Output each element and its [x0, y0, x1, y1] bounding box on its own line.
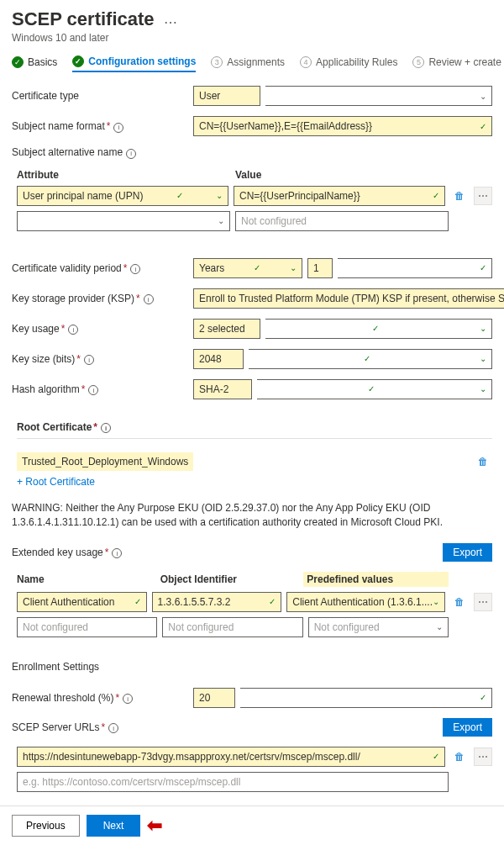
- label-validity: Certificate validity period*i: [12, 262, 188, 275]
- check-icon: ✓: [72, 55, 84, 67]
- info-icon[interactable]: i: [144, 294, 154, 304]
- label-san: Subject alternative namei: [12, 146, 188, 159]
- label-eku: Extended key usage*i: [12, 547, 188, 559]
- label-key-usage: Key usage*i: [12, 323, 188, 335]
- check-icon: ✓: [480, 122, 486, 131]
- delete-icon[interactable]: 🗑: [450, 593, 469, 611]
- step-number: 3: [211, 56, 223, 68]
- col-oid: Object Identifier: [160, 573, 299, 585]
- add-root-cert-link[interactable]: + Root Certificate: [17, 476, 492, 488]
- ksp-select[interactable]: Enroll to Trusted Platform Module (TPM) …: [193, 288, 504, 309]
- scep-url-empty[interactable]: e.g. https://contoso.com/certsrv/mscep/m…: [17, 772, 449, 792]
- san-value-empty[interactable]: Not configured: [235, 211, 449, 231]
- renewal-input[interactable]: 20: [193, 688, 235, 708]
- eku-oid-input[interactable]: 1.3.6.1.5.5.7.3.2✓: [152, 592, 282, 612]
- chevron-down-icon: ⌄: [290, 263, 297, 272]
- key-size-select[interactable]: 2048: [193, 349, 244, 369]
- eku-predef-empty[interactable]: Not configured⌄: [308, 617, 449, 637]
- info-icon[interactable]: i: [108, 723, 118, 733]
- check-icon: ✓: [269, 597, 276, 606]
- delete-icon[interactable]: 🗑: [450, 187, 469, 205]
- label-hash: Hash algorithm*i: [12, 383, 188, 396]
- san-attribute-empty[interactable]: ⌄: [17, 211, 230, 231]
- scep-url-input[interactable]: https://ndesintunewebapp-73dvgy.msapppro…: [17, 747, 445, 767]
- key-usage-select-ext[interactable]: ✓⌄: [265, 319, 492, 339]
- chevron-down-icon: ⌄: [433, 597, 439, 606]
- delete-icon[interactable]: 🗑: [474, 452, 492, 471]
- eku-name-empty[interactable]: Not configured: [17, 617, 157, 637]
- page-subtitle: Windows 10 and later: [12, 32, 492, 44]
- chevron-down-icon: ⌄: [480, 354, 486, 363]
- delete-icon[interactable]: 🗑: [450, 747, 469, 766]
- more-icon[interactable]: ⋯: [474, 187, 492, 205]
- info-icon[interactable]: i: [113, 123, 123, 133]
- tab-assignments[interactable]: 3Assignments: [211, 56, 285, 71]
- check-icon: ✓: [480, 263, 486, 272]
- step-number: 4: [300, 56, 312, 68]
- more-icon[interactable]: ⋯: [164, 14, 177, 30]
- root-cert-value[interactable]: Trusted_Root_Deployment_Windows: [17, 452, 193, 471]
- check-icon: ✓: [433, 752, 439, 761]
- key-usage-select[interactable]: 2 selected: [193, 319, 260, 339]
- hash-select-ext[interactable]: ✓⌄: [257, 379, 492, 399]
- chevron-down-icon: ⌄: [216, 191, 223, 200]
- chevron-down-icon: ⌄: [218, 216, 224, 225]
- next-button[interactable]: Next: [87, 815, 141, 837]
- label-scep-urls: SCEP Server URLs*i: [12, 721, 188, 734]
- chevron-down-icon: ⌄: [480, 384, 486, 394]
- cert-type-select[interactable]: User: [193, 86, 260, 106]
- info-icon[interactable]: i: [126, 149, 136, 159]
- tab-config-settings[interactable]: ✓Configuration settings: [72, 55, 196, 72]
- col-predef: Predefined values: [303, 572, 449, 587]
- tab-basics[interactable]: ✓Basics: [12, 56, 57, 71]
- tab-review[interactable]: 5Review + create: [412, 56, 501, 71]
- previous-button[interactable]: Previous: [12, 815, 80, 837]
- info-icon[interactable]: i: [130, 264, 140, 274]
- tab-applicability[interactable]: 4Applicability Rules: [300, 56, 397, 71]
- col-name: Name: [17, 573, 155, 585]
- info-icon[interactable]: i: [112, 548, 122, 558]
- label-ksp: Key storage provider (KSP)*i: [12, 293, 188, 305]
- subject-name-format-input[interactable]: CN={{UserName}},E={{EmailAddress}}✓: [193, 116, 492, 136]
- info-icon[interactable]: i: [88, 385, 98, 395]
- check-icon: ✓: [480, 693, 486, 702]
- validity-value-ext[interactable]: ✓: [338, 258, 492, 278]
- hash-select[interactable]: SHA-2: [193, 379, 252, 399]
- section-enrollment: Enrollment Settings: [12, 661, 492, 673]
- check-icon: ✓: [12, 56, 24, 68]
- label-subject-name-format: Subject name format*i: [12, 120, 188, 133]
- info-icon[interactable]: i: [68, 325, 78, 335]
- renewal-input-ext[interactable]: ✓: [240, 688, 492, 708]
- label-root-cert: Root Certificate*i: [17, 421, 492, 434]
- san-attribute-select[interactable]: User principal name (UPN)✓⌄: [17, 186, 228, 206]
- info-icon[interactable]: i: [84, 355, 94, 365]
- col-attribute: Attribute: [17, 169, 230, 181]
- label-key-size: Key size (bits)*i: [12, 353, 188, 366]
- info-icon[interactable]: i: [101, 423, 111, 433]
- validity-unit-select[interactable]: Years✓⌄: [193, 258, 302, 278]
- export-button[interactable]: Export: [443, 543, 492, 562]
- label-cert-type: Certificate type: [12, 90, 188, 102]
- validity-value-input[interactable]: 1: [307, 258, 333, 278]
- page-title: SCEP certificate: [12, 8, 155, 30]
- eku-predef-select[interactable]: Client Authentication (1.3.6.1....⌄: [286, 592, 445, 612]
- label-renewal: Renewal threshold (%)*i: [12, 692, 188, 705]
- chevron-down-icon: ⌄: [480, 324, 486, 333]
- check-icon: ✓: [134, 597, 141, 606]
- info-icon[interactable]: i: [123, 694, 133, 704]
- check-icon: ✓: [433, 191, 439, 200]
- more-icon[interactable]: ⋯: [474, 747, 492, 766]
- arrow-annotation-icon: ⬅: [147, 815, 162, 837]
- san-value-input[interactable]: CN={{UserPrincipalName}}✓: [234, 186, 445, 206]
- chevron-down-icon: ⌄: [436, 622, 443, 631]
- export-button[interactable]: Export: [443, 718, 492, 737]
- col-value: Value: [235, 169, 449, 181]
- chevron-down-icon: ⌄: [480, 92, 486, 101]
- cert-type-select-ext[interactable]: ⌄: [265, 86, 492, 106]
- step-number: 5: [412, 56, 424, 68]
- eku-oid-empty[interactable]: Not configured: [162, 617, 302, 637]
- more-icon[interactable]: ⋯: [474, 593, 492, 611]
- eku-name-input[interactable]: Client Authentication✓: [17, 592, 147, 612]
- wizard-tabs: ✓Basics ✓Configuration settings 3Assignm…: [12, 55, 492, 72]
- key-size-select-ext[interactable]: ✓⌄: [249, 349, 492, 369]
